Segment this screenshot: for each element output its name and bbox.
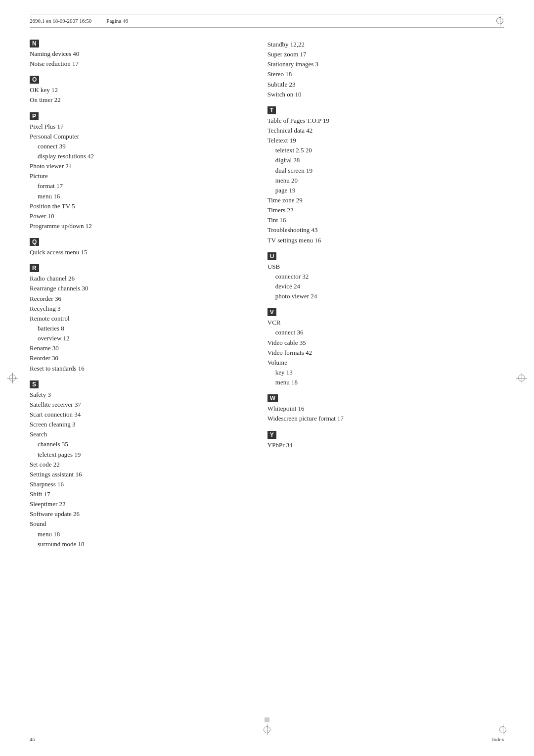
- index-entry: menu 18: [267, 378, 504, 387]
- index-entry: Table of Pages T.O.P 19: [267, 116, 504, 126]
- sub-term: digital 28: [267, 155, 504, 165]
- index-entry: VCR: [267, 318, 504, 328]
- main-term: Rename 30: [30, 343, 248, 353]
- index-entry: Safety 3: [30, 390, 248, 400]
- index-entry: Screen cleaning 3: [30, 420, 248, 429]
- header-left: 2690.1 en 18-09-2007 16:50 Pagina 46: [30, 18, 128, 24]
- main-term: Super zoom 17: [267, 49, 504, 59]
- index-entry: Standby 12,22: [267, 40, 504, 49]
- index-entry: Pixel Plus 17: [30, 122, 248, 132]
- sub-term: connect 36: [267, 328, 504, 337]
- index-entry: Reorder 30: [30, 353, 248, 363]
- index-entry: menu 16: [30, 191, 248, 201]
- main-term: Reset to standards 16: [30, 364, 248, 374]
- sub-term: display resolutions 42: [30, 151, 248, 161]
- index-entry: Satellite receiver 37: [30, 400, 248, 410]
- sub-term: menu 18: [267, 378, 504, 387]
- section-heading-Y: Y: [267, 431, 276, 439]
- index-entry: Naming devices 40: [30, 49, 248, 59]
- index-entry: YPbPr 34: [267, 440, 504, 450]
- index-entry: Troubleshooting 43: [267, 225, 504, 235]
- index-entry: connector 32: [267, 272, 504, 282]
- sub-term: overview 12: [30, 333, 248, 343]
- index-entry: connect 39: [30, 142, 248, 151]
- main-term: Video cable 35: [267, 338, 504, 348]
- index-entry: channels 35: [30, 439, 248, 449]
- index-entry: Whitepoint 16: [267, 404, 504, 414]
- main-term: Set code 22: [30, 460, 248, 470]
- main-term: Stereo 18: [267, 69, 504, 79]
- main-term: Safety 3: [30, 390, 248, 400]
- main-term: Rearrange channels 30: [30, 284, 248, 293]
- section-heading-O: O: [30, 76, 39, 84]
- sub-term: key 13: [267, 368, 504, 378]
- index-entry: OK key 12: [30, 85, 248, 95]
- index-entry: Volume: [267, 358, 504, 368]
- index-entry: Scart connection 34: [30, 410, 248, 420]
- index-entry: overview 12: [30, 333, 248, 343]
- main-term: VCR: [267, 318, 504, 328]
- main-term: Whitepoint 16: [267, 404, 504, 414]
- main-term: Picture: [30, 171, 248, 181]
- index-entry: Teletext 19: [267, 136, 504, 145]
- header-bar: 2690.1 en 18-09-2007 16:50 Pagina 46: [30, 14, 504, 28]
- main-term: Time zone 29: [267, 195, 504, 205]
- main-term: Remote control: [30, 314, 248, 324]
- index-entry: Stationary images 3: [267, 59, 504, 69]
- section-heading-V: V: [267, 308, 276, 316]
- right-crosshair: [516, 373, 527, 383]
- index-entry: dual screen 19: [267, 166, 504, 176]
- index-entry: Shift 17: [30, 489, 248, 499]
- sub-term: channels 35: [30, 439, 248, 449]
- main-term: Stationary images 3: [267, 59, 504, 69]
- index-entry: Timers 22: [267, 205, 504, 215]
- index-entry: format 17: [30, 181, 248, 191]
- main-term: Programme up/down 12: [30, 221, 248, 231]
- main-term: Noise reduction 17: [30, 59, 248, 69]
- index-entry: Tint 16: [267, 215, 504, 225]
- main-term: Subtitle 23: [267, 80, 504, 90]
- sub-term: page 19: [267, 186, 504, 195]
- sub-term: menu 16: [30, 191, 248, 201]
- main-term: Shift 17: [30, 489, 248, 499]
- main-term: Timers 22: [267, 205, 504, 215]
- index-entry: surround mode 18: [30, 539, 248, 549]
- index-entry: key 13: [267, 368, 504, 378]
- main-term: Position the TV 5: [30, 201, 248, 211]
- index-entry: Rearrange channels 30: [30, 284, 248, 293]
- main-term: USB: [267, 262, 504, 272]
- index-entry: On timer 22: [30, 95, 248, 105]
- sub-term: batteries 8: [30, 324, 248, 333]
- section-heading-Q: Q: [30, 238, 39, 246]
- sub-term: dual screen 19: [267, 166, 504, 176]
- main-term: Sleeptimer 22: [30, 499, 248, 509]
- index-entry: Widescreen picture format 17: [267, 414, 504, 424]
- index-entry: Personal Computer: [30, 132, 248, 142]
- sub-term: teletext pages 19: [30, 450, 248, 460]
- main-term: Scart connection 34: [30, 410, 248, 420]
- index-entry: connect 36: [267, 328, 504, 337]
- deco-line-right-top: [513, 14, 513, 29]
- index-entry: teletext 2.5 20: [267, 145, 504, 155]
- main-term: TV settings menu 16: [267, 236, 504, 245]
- index-entry: Time zone 29: [267, 195, 504, 205]
- index-entry: Video cable 35: [267, 338, 504, 348]
- main-term: Software update 26: [30, 509, 248, 519]
- index-entry: Sleeptimer 22: [30, 499, 248, 509]
- main-term: Search: [30, 429, 248, 439]
- footer-section-label: Index: [492, 736, 504, 742]
- index-entry: Picture: [30, 171, 248, 181]
- section-heading-W: W: [267, 394, 278, 402]
- footer: 46 Index: [30, 734, 504, 742]
- index-entry: Search: [30, 429, 248, 439]
- main-term: Table of Pages T.O.P 19: [267, 116, 504, 126]
- index-entry: Photo viewer 24: [30, 161, 248, 171]
- section-heading-N: N: [30, 40, 39, 47]
- index-entry: Reset to standards 16: [30, 364, 248, 374]
- index-entry: Remote control: [30, 314, 248, 324]
- main-term: Recorder 36: [30, 294, 248, 304]
- index-entry: device 24: [267, 282, 504, 291]
- main-term: Recycling 3: [30, 304, 248, 314]
- main-term: Troubleshooting 43: [267, 225, 504, 235]
- main-term: Power 10: [30, 211, 248, 221]
